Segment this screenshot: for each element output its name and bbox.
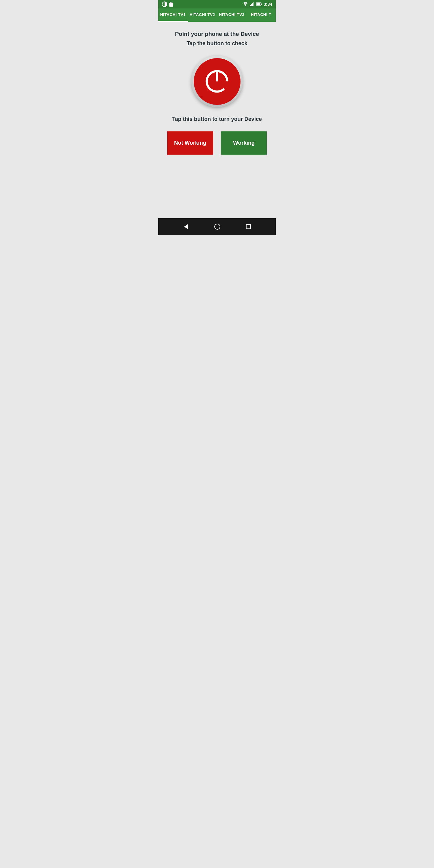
back-button[interactable] (181, 221, 191, 232)
tab-hitachi-tv1[interactable]: HITACHI TV1 (158, 8, 188, 22)
power-icon (204, 68, 230, 95)
svg-point-15 (215, 224, 220, 229)
power-button-inner (194, 58, 241, 105)
battery-icon (256, 2, 262, 6)
svg-marker-14 (184, 224, 188, 229)
status-bar: 3:34 (158, 0, 276, 8)
svg-rect-1 (169, 3, 173, 7)
brightness-icon (162, 1, 167, 7)
wifi-icon (243, 2, 248, 6)
home-button[interactable] (212, 221, 223, 232)
svg-rect-2 (170, 2, 170, 3)
home-icon (214, 223, 221, 230)
instruction-sub: Tap the button to check (187, 40, 247, 47)
not-working-button[interactable]: Not Working (167, 131, 213, 155)
main-content: Point your phone at the Device Tap the b… (158, 22, 276, 218)
signal-icon (250, 2, 254, 6)
sdcard-icon (169, 1, 173, 7)
recents-icon (246, 224, 251, 229)
bottom-nav (158, 218, 276, 235)
svg-rect-10 (261, 4, 261, 5)
power-button[interactable] (191, 56, 243, 107)
recents-button[interactable] (243, 221, 253, 232)
status-icons-right: 3:34 (243, 2, 272, 7)
tab-hitachi-tv2[interactable]: HITACHI TV2 (188, 8, 217, 22)
svg-rect-6 (251, 4, 252, 6)
svg-rect-5 (250, 5, 251, 6)
svg-rect-16 (246, 224, 250, 229)
tab-hitachi-t4[interactable]: HITACHI T (247, 8, 276, 22)
time-display: 3:34 (264, 2, 272, 7)
action-buttons: Not Working Working (164, 131, 270, 155)
instruction-title: Point your phone at the Device (175, 31, 259, 37)
working-button[interactable]: Working (221, 131, 267, 155)
svg-rect-8 (253, 2, 254, 6)
tap-instruction: Tap this button to turn your Device (172, 116, 262, 122)
tab-bar: HITACHI TV1 HITACHI TV2 HITACHI TV3 HITA… (158, 8, 276, 22)
svg-rect-4 (172, 2, 173, 3)
svg-rect-11 (256, 3, 260, 5)
tab-hitachi-tv3[interactable]: HITACHI TV3 (217, 8, 247, 22)
status-icons-left (162, 1, 173, 7)
svg-rect-7 (252, 3, 253, 6)
svg-rect-3 (171, 2, 172, 3)
back-icon (183, 224, 189, 230)
